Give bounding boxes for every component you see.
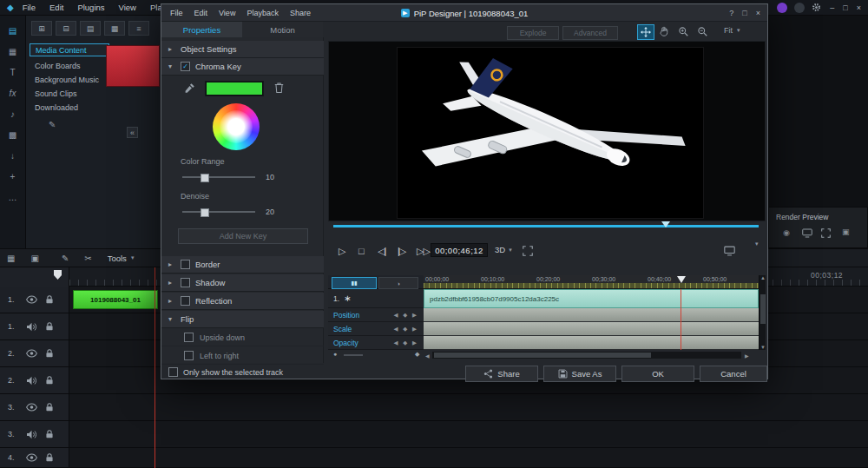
- stop-button[interactable]: □: [358, 246, 364, 256]
- save-as-button[interactable]: Save As: [543, 366, 616, 382]
- expand-icon[interactable]: [821, 228, 831, 238]
- minimize-button[interactable]: –: [830, 3, 834, 12]
- transitions-room-icon[interactable]: ▦: [9, 47, 16, 56]
- horizontal-scrollbar[interactable]: [432, 352, 741, 359]
- tab-motion[interactable]: Motion: [242, 22, 323, 37]
- clip-view-toggle[interactable]: ◑: [378, 277, 418, 289]
- step-forward-button[interactable]: |▷: [398, 246, 405, 257]
- lock-icon[interactable]: [45, 452, 54, 463]
- lock-icon[interactable]: [45, 348, 54, 359]
- border-checkbox[interactable]: [181, 260, 190, 269]
- section-border[interactable]: ▸ Border: [161, 256, 324, 274]
- close-button[interactable]: ×: [857, 3, 861, 12]
- slider-thumb[interactable]: [201, 208, 209, 217]
- media-room-icon[interactable]: ▤: [9, 26, 16, 36]
- dialog-help-button[interactable]: ?: [729, 9, 733, 17]
- key-color-swatch[interactable]: [205, 81, 264, 96]
- cancel-button[interactable]: Cancel: [700, 366, 767, 382]
- lock-icon[interactable]: [45, 375, 54, 386]
- menu-edit[interactable]: Edit: [49, 3, 63, 12]
- position-keyframe-track[interactable]: [424, 308, 759, 322]
- add-new-key-button[interactable]: Add New Key: [178, 228, 308, 244]
- grid-view-icon[interactable]: ▦: [7, 254, 15, 263]
- lock-icon[interactable]: [45, 321, 54, 332]
- dialog-menu-file[interactable]: File: [170, 9, 183, 17]
- section-shadow[interactable]: ▸ Shadow: [161, 274, 324, 292]
- main-playhead[interactable]: [155, 267, 155, 468]
- color-wheel[interactable]: [213, 103, 260, 150]
- overlay-room-icon[interactable]: ▩: [9, 130, 16, 140]
- menu-plugins[interactable]: Plugins: [77, 3, 104, 12]
- timeline-zoom-slider[interactable]: [344, 354, 363, 356]
- add-keyframe-icon[interactable]: ◆: [415, 351, 419, 358]
- speaker-icon[interactable]: [26, 430, 37, 439]
- zoom-out-icon[interactable]: [694, 24, 710, 38]
- account-icon[interactable]: [794, 3, 805, 13]
- speaker-icon[interactable]: [26, 376, 37, 386]
- eye-icon[interactable]: [26, 453, 37, 462]
- category-downloaded[interactable]: Downloaded: [30, 101, 109, 114]
- section-object-settings[interactable]: ▸ Object Settings: [161, 41, 324, 58]
- download-room-icon[interactable]: ↓: [10, 151, 15, 161]
- lock-icon[interactable]: [45, 294, 54, 305]
- trash-icon[interactable]: [274, 82, 284, 94]
- advanced-button[interactable]: Advanced: [562, 26, 618, 40]
- library-view-icon-3[interactable]: ▤: [80, 21, 101, 36]
- scrollbar-thumb[interactable]: [434, 353, 651, 358]
- effects-room-icon[interactable]: fx: [10, 89, 16, 98]
- library-view-icon-2[interactable]: ⊟: [56, 21, 76, 36]
- audio-room-icon[interactable]: ♪: [10, 109, 15, 119]
- menu-view[interactable]: View: [119, 3, 136, 12]
- scroll-left-icon[interactable]: ◀: [425, 353, 430, 359]
- scroll-down-icon[interactable]: ▼: [760, 345, 766, 350]
- ok-button[interactable]: OK: [621, 366, 694, 382]
- section-flip[interactable]: ▾ Flip: [161, 311, 324, 328]
- category-background-music[interactable]: Background Music: [30, 73, 109, 86]
- category-media-content[interactable]: Media Content: [30, 43, 109, 56]
- reflection-checkbox[interactable]: [181, 296, 190, 306]
- menu-file[interactable]: File: [23, 3, 36, 12]
- dialog-menu-view[interactable]: View: [219, 9, 235, 17]
- fit-dropdown[interactable]: Fit ▾: [724, 26, 740, 35]
- tab-properties[interactable]: Properties: [161, 22, 242, 37]
- title-room-icon[interactable]: T: [10, 68, 15, 77]
- add-room-icon[interactable]: +: [10, 172, 16, 181]
- section-chroma-key[interactable]: ▾ ✓ Chroma Key: [161, 58, 324, 76]
- tools-dropdown[interactable]: Tools ▾: [108, 254, 135, 263]
- scroll-up-icon[interactable]: ▲: [760, 275, 766, 280]
- track-row-3-audio[interactable]: 3.: [0, 421, 868, 448]
- maximize-button[interactable]: □: [843, 3, 847, 12]
- library-view-icon-1[interactable]: ⊞: [31, 21, 52, 36]
- scrollbar-thumb[interactable]: [760, 294, 766, 324]
- slider-thumb[interactable]: [201, 174, 209, 182]
- record-icon[interactable]: ◉: [783, 228, 790, 237]
- collapse-panel-button[interactable]: «: [127, 127, 138, 138]
- category-color-boards[interactable]: Color Boards: [30, 59, 109, 72]
- dialog-maximize-button[interactable]: □: [742, 9, 746, 17]
- fast-forward-button[interactable]: ▷▷: [417, 246, 430, 257]
- track-row-4-video[interactable]: 4.: [0, 448, 868, 468]
- shadow-checkbox[interactable]: [181, 278, 190, 287]
- color-range-slider[interactable]: [182, 176, 255, 178]
- dual-preview-icon[interactable]: [724, 246, 735, 256]
- fullscreen-icon[interactable]: [523, 246, 533, 256]
- denoise-slider[interactable]: [182, 211, 255, 213]
- share-button[interactable]: Share: [465, 366, 538, 382]
- library-view-icon-4[interactable]: ▦: [104, 21, 125, 36]
- keyframe-playhead[interactable]: [677, 276, 686, 283]
- dialog-menu-playback[interactable]: Playback: [247, 9, 279, 17]
- chroma-key-checkbox[interactable]: ✓: [181, 62, 190, 71]
- keyframe-view-toggle[interactable]: ▮▮: [332, 277, 377, 289]
- dialog-menu-share[interactable]: Share: [290, 9, 311, 17]
- split-scissors-icon[interactable]: ✂: [84, 254, 91, 263]
- keyframe-controls[interactable]: ◀ ◆ ▶: [393, 326, 418, 333]
- eye-icon[interactable]: [26, 403, 37, 412]
- section-reflection[interactable]: ▸ Reflection: [161, 293, 324, 310]
- library-view-icon-5[interactable]: ≡: [128, 21, 149, 36]
- explode-button[interactable]: Explode: [507, 26, 559, 40]
- timeline-clip[interactable]: 1019088043_01: [73, 290, 158, 309]
- preview-seekbar[interactable]: [333, 225, 759, 227]
- more-rooms-icon[interactable]: …: [9, 193, 17, 202]
- play-button[interactable]: ▷: [339, 246, 345, 257]
- avatar[interactable]: [777, 3, 787, 13]
